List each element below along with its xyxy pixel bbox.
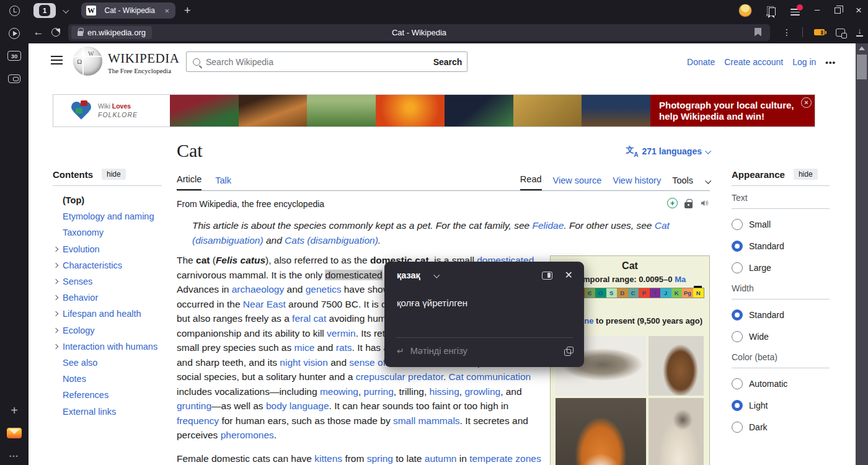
toc-item-label[interactable]: Etymology and naming — [63, 211, 154, 221]
workspace-chevron-icon[interactable] — [63, 7, 69, 13]
toc-item[interactable]: Interaction with humans — [53, 339, 162, 355]
back-button[interactable]: ← — [30, 24, 47, 41]
tab-view-history[interactable]: View history — [613, 175, 661, 190]
radio-option[interactable]: Light — [732, 399, 830, 412]
geo-period-segment[interactable]: Pg — [682, 288, 693, 298]
bookmark-flag-icon[interactable] — [755, 28, 761, 37]
popup-close-icon[interactable]: ✕ — [565, 270, 573, 280]
banner-cta[interactable]: Photograph your local culture, help Wiki… — [650, 95, 815, 126]
toc-item[interactable]: Etymology and naming — [53, 208, 162, 224]
window-restore-button[interactable] — [835, 7, 841, 14]
main-menu-icon[interactable] — [51, 56, 63, 64]
radio-icon[interactable] — [732, 331, 743, 342]
window-minimize-button[interactable]: – — [815, 4, 820, 14]
listen-speaker-icon[interactable] — [699, 198, 710, 208]
radio-icon[interactable] — [732, 309, 743, 321]
workspace-pill[interactable]: 1 — [33, 3, 56, 18]
rail-add-button[interactable]: + — [0, 402, 29, 419]
wiki-search-box[interactable] — [186, 51, 429, 72]
app-menu-icon[interactable] — [790, 7, 800, 14]
scrollbar-thumb[interactable] — [857, 55, 867, 79]
wiki-loves-folklore-banner[interactable]: Wiki Loves FOLKLORE Photograph your loca… — [53, 94, 815, 127]
tab-article[interactable]: Article — [177, 174, 202, 190]
toc-item-label[interactable]: Interaction with humans — [63, 342, 157, 352]
new-tab-button[interactable]: + — [184, 4, 191, 17]
cat-photo-orange-white[interactable] — [556, 398, 646, 465]
toc-expand-icon[interactable] — [53, 246, 58, 251]
sidebar-view-icon[interactable] — [542, 272, 552, 280]
toc-item-label[interactable]: Behavior — [63, 293, 98, 303]
toc-item[interactable]: Characteristics — [53, 257, 162, 273]
appearance-hide-button[interactable]: hide — [794, 169, 818, 180]
geo-period-segment[interactable]: C — [628, 288, 639, 298]
toc-expand-icon[interactable] — [53, 295, 58, 300]
search-input[interactable] — [206, 57, 428, 67]
sidebar-play-button[interactable] — [0, 25, 29, 42]
radio-option[interactable]: Dark — [732, 421, 830, 433]
bookmarks-icon[interactable] — [767, 6, 776, 16]
toc-hide-button[interactable]: hide — [102, 169, 126, 180]
toc-item[interactable]: Evolution — [53, 241, 162, 257]
toc-item-label[interactable]: Senses — [63, 277, 92, 286]
radio-icon[interactable] — [732, 422, 743, 433]
radio-icon[interactable] — [732, 241, 743, 252]
containers-icon[interactable] — [836, 29, 845, 37]
target-language-selector[interactable]: қазақ — [397, 270, 420, 280]
radio-option[interactable]: Automatic — [732, 378, 830, 390]
tab-close-icon[interactable]: × — [163, 6, 170, 16]
toc-item[interactable]: Behavior — [53, 290, 162, 306]
header-more-icon[interactable]: ••• — [825, 58, 836, 67]
toc-item-label[interactable]: References — [63, 390, 108, 400]
toc-item[interactable]: Lifespan and health — [53, 306, 162, 322]
toc-item-label[interactable]: (Top) — [63, 195, 84, 205]
toc-item[interactable]: See also — [53, 355, 162, 371]
url-bar[interactable]: en.wikipedia.org Cat - Wikipedia — [68, 24, 770, 41]
radio-icon[interactable] — [732, 378, 743, 389]
rail-more-button[interactable]: ••• — [0, 448, 29, 465]
radio-option[interactable]: Wide — [732, 330, 830, 343]
tab-cat-wikipedia[interactable]: W Cat - Wikipedia × — [81, 2, 175, 19]
radio-option[interactable]: Standard — [732, 240, 830, 252]
geo-period-segment[interactable]: P — [639, 288, 650, 298]
tab-view-source[interactable]: View source — [553, 175, 602, 190]
radio-option[interactable]: Large — [732, 262, 830, 274]
geo-period-segment[interactable]: D — [617, 288, 628, 298]
reload-button[interactable] — [47, 24, 64, 41]
screen-share-button[interactable] — [0, 70, 29, 87]
tab-tools[interactable]: Tools — [672, 175, 693, 190]
toc-expand-icon[interactable] — [53, 263, 58, 268]
toc-item-label[interactable]: Characteristics — [63, 260, 122, 270]
history-clock-button[interactable] — [0, 2, 29, 19]
radio-option[interactable]: Standard — [732, 309, 830, 321]
geo-period-segment[interactable]: N — [693, 288, 704, 298]
geo-period-segment[interactable]: S — [606, 288, 618, 298]
create-account-link[interactable]: Create account — [724, 57, 783, 67]
toc-item-label[interactable]: Evolution — [63, 244, 100, 254]
radio-option[interactable]: Small — [732, 218, 830, 231]
tab-talk[interactable]: Talk — [215, 175, 231, 190]
toc-item[interactable]: Senses — [53, 273, 162, 290]
login-link[interactable]: Log in — [792, 57, 816, 67]
add-interlanguage-icon[interactable]: + — [667, 198, 678, 208]
toc-item-label[interactable]: Notes — [63, 374, 86, 384]
tools-chevron-icon[interactable] — [705, 178, 711, 184]
cat-photo-siamese[interactable] — [649, 398, 704, 465]
language-chevron-icon[interactable] — [433, 272, 440, 278]
toc-expand-icon[interactable] — [53, 327, 58, 332]
mail-app-button[interactable] — [0, 424, 29, 441]
toc-item-label[interactable]: Ecology — [63, 326, 95, 335]
toc-item-label[interactable]: Taxonomy — [63, 228, 104, 237]
banner-close-icon[interactable]: × — [801, 97, 812, 108]
toc-item[interactable]: Ecology — [53, 322, 162, 339]
donate-link[interactable]: Donate — [687, 57, 715, 67]
scrollbar-up-icon[interactable] — [859, 46, 865, 50]
copy-icon[interactable] — [564, 347, 573, 355]
wikipedia-globe-logo[interactable]: ΩW — [73, 46, 102, 76]
geo-period-segment[interactable]: K — [671, 288, 683, 298]
radio-icon[interactable] — [732, 262, 743, 273]
toc-expand-icon[interactable] — [53, 279, 58, 284]
geo-period-segment[interactable]: J — [660, 288, 671, 298]
window-close-button[interactable]: × — [856, 4, 862, 17]
toc-item-label[interactable]: See also — [63, 358, 97, 368]
radio-icon[interactable] — [732, 219, 743, 230]
